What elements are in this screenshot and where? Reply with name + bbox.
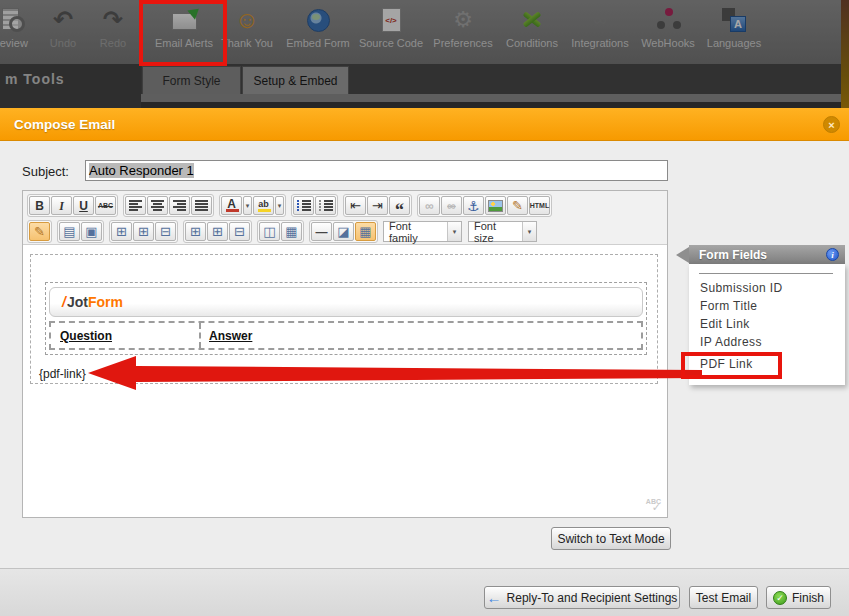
- strikethrough-icon: ABC: [98, 202, 113, 209]
- remove-link-button[interactable]: ∞: [441, 196, 462, 215]
- red-arrow-shape: [88, 356, 702, 390]
- align-right-icon: [173, 200, 186, 211]
- highlight-color-dropdown[interactable]: ▾: [275, 196, 284, 215]
- insert-image-button[interactable]: [485, 196, 506, 215]
- split-cells-button[interactable]: ◫: [259, 222, 280, 241]
- insert-link-button[interactable]: ∞: [419, 196, 440, 215]
- delete-row-button[interactable]: ⊟: [155, 222, 176, 241]
- strikethrough-button[interactable]: ABC: [95, 196, 116, 215]
- align-justify-icon: [195, 200, 208, 211]
- bold-button[interactable]: B: [29, 196, 50, 215]
- reply-to-settings-button[interactable]: ← Reply-To and Recipient Settings: [484, 586, 680, 609]
- underline-button[interactable]: U: [73, 196, 94, 215]
- email-logo-header: /JotForm: [49, 287, 643, 317]
- unlink-icon: ∞: [447, 200, 456, 212]
- form-field-form-title[interactable]: Form Title: [700, 299, 757, 315]
- merge-cells-button[interactable]: ▦: [281, 222, 302, 241]
- highlight-color-icon: ab: [258, 200, 269, 212]
- insert-column-after-button[interactable]: ⊞: [207, 222, 228, 241]
- numbered-list-button[interactable]: [315, 196, 336, 215]
- insert-column-before-button[interactable]: ⊞: [185, 222, 206, 241]
- insert-row-before-icon: ⊞: [116, 225, 127, 238]
- align-center-icon: [151, 200, 164, 211]
- font-size-select[interactable]: Font size ▾: [468, 221, 537, 242]
- text-color-button[interactable]: A: [221, 196, 242, 215]
- indent-button[interactable]: ⇥: [367, 196, 388, 215]
- delete-row-icon: ⊟: [160, 225, 171, 238]
- subject-input[interactable]: Auto Responder 1: [85, 160, 668, 181]
- subject-value: Auto Responder 1: [89, 163, 194, 178]
- form-field-pdf-link[interactable]: PDF Link: [700, 357, 753, 373]
- align-left-button[interactable]: [125, 196, 146, 215]
- bold-icon: B: [35, 200, 44, 212]
- question-answer-header-row: Question Answer: [49, 321, 643, 350]
- bullet-list-button[interactable]: [293, 196, 314, 215]
- chevron-down-icon: ▾: [522, 222, 536, 241]
- align-center-button[interactable]: [147, 196, 168, 215]
- toggle-guidelines-button[interactable]: ▦: [355, 222, 376, 241]
- horizontal-rule-button[interactable]: —: [311, 222, 332, 241]
- merge-cells-icon: ▦: [285, 225, 297, 238]
- switch-to-text-mode-button[interactable]: Switch to Text Mode: [551, 527, 671, 550]
- delete-column-icon: ⊟: [234, 225, 245, 238]
- insert-row-after-button[interactable]: ⊞: [133, 222, 154, 241]
- form-field-edit-link[interactable]: Edit Link: [700, 317, 750, 333]
- html-icon: HTML: [530, 202, 549, 209]
- underline-icon: U: [79, 200, 88, 212]
- blockquote-button[interactable]: “: [389, 196, 410, 215]
- test-email-button[interactable]: Test Email: [689, 586, 758, 609]
- table-cell-properties-button[interactable]: ▣: [81, 222, 102, 241]
- form-field-ip-address[interactable]: IP Address: [700, 335, 762, 351]
- remove-formatting-button[interactable]: ◪: [333, 222, 354, 241]
- info-icon[interactable]: i: [826, 248, 839, 261]
- edit-pencil-icon: ✎: [34, 225, 45, 238]
- align-justify-button[interactable]: [191, 196, 212, 215]
- edit-group: ✎: [27, 220, 52, 243]
- finish-button[interactable]: ✓ Finish: [766, 586, 831, 609]
- close-icon[interactable]: ×: [823, 116, 840, 133]
- row-properties-icon: ▤: [63, 225, 75, 238]
- outdent-button[interactable]: ⇤: [345, 196, 366, 215]
- delete-column-button[interactable]: ⊟: [229, 222, 250, 241]
- align-left-icon: [129, 200, 142, 211]
- cleanup-button[interactable]: ✎: [507, 196, 528, 215]
- insert-group: ∞ ∞ ⚓ ✎ HTML: [417, 194, 552, 217]
- form-field-submission-id[interactable]: Submission ID: [700, 281, 783, 297]
- format-group: B I U ABC: [27, 194, 118, 217]
- quick-edit-button[interactable]: ✎: [29, 222, 50, 241]
- logo-slash: /: [62, 294, 66, 310]
- insert-row-after-icon: ⊞: [138, 225, 149, 238]
- finish-label: Finish: [792, 591, 824, 605]
- brush-icon: ✎: [512, 199, 523, 212]
- bullet-list-icon: [297, 200, 311, 211]
- row-ops-group: ⊞ ⊞ ⊟: [109, 220, 178, 243]
- html-source-button[interactable]: HTML: [529, 196, 550, 215]
- highlight-color-button[interactable]: ab: [253, 196, 274, 215]
- anchor-icon: ⚓: [467, 199, 480, 213]
- email-alerts-highlight-box: [139, 0, 227, 66]
- indent-icon: ⇥: [372, 199, 383, 212]
- font-family-select[interactable]: Font family ▾: [383, 221, 462, 242]
- anchor-button[interactable]: ⚓: [463, 196, 484, 215]
- insert-row-before-button[interactable]: ⊞: [111, 222, 132, 241]
- insert-column-after-icon: ⊞: [212, 225, 223, 238]
- modal-dim-overlay: [0, 0, 849, 108]
- align-right-button[interactable]: [169, 196, 190, 215]
- italic-button[interactable]: I: [51, 196, 72, 215]
- editor-toolbar-row-1: B I U ABC A ▾ ab ▾: [27, 194, 557, 217]
- subject-label: Subject:: [22, 164, 69, 179]
- answer-header: Answer: [209, 329, 252, 343]
- question-header-cell: Question: [51, 323, 201, 348]
- text-color-dropdown[interactable]: ▾: [243, 196, 252, 215]
- horizontal-rule-icon: —: [316, 226, 328, 238]
- jotform-builder-screen: review ↶ Undo ↷ Redo Email Alerts ☺ Than…: [0, 0, 849, 616]
- table-row-properties-button[interactable]: ▤: [59, 222, 80, 241]
- blockquote-icon: “: [395, 193, 404, 219]
- logo-jot: Jot: [67, 294, 88, 310]
- editor-toolbar-row-2: ✎ ▤ ▣ ⊞ ⊞ ⊟ ⊞ ⊞ ⊟ ◫ ▦: [27, 220, 543, 243]
- italic-icon: I: [59, 200, 64, 212]
- answer-header-cell: Answer: [201, 323, 252, 348]
- form-fields-divider: [699, 273, 833, 274]
- indent-group: ⇤ ⇥ “: [343, 194, 412, 217]
- align-group: [123, 194, 214, 217]
